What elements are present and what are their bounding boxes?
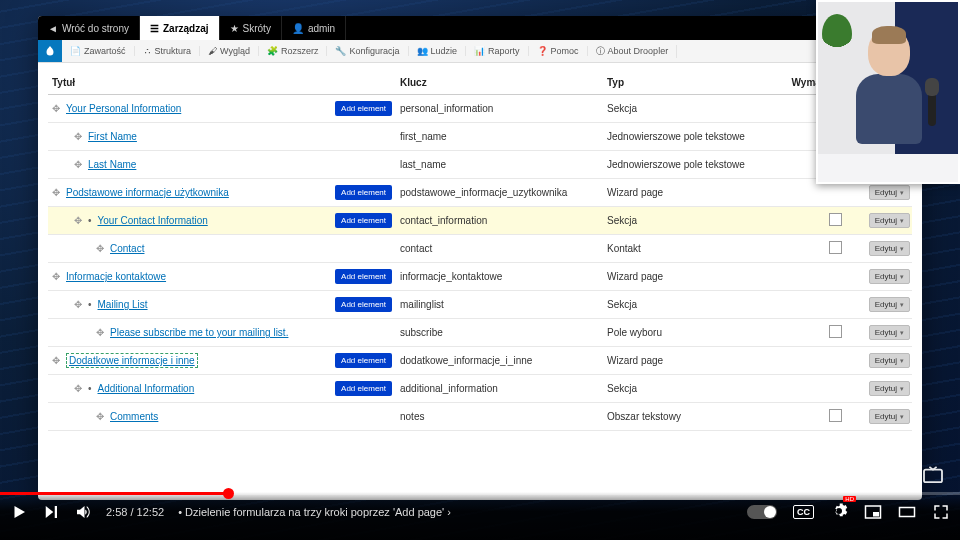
chapter-title[interactable]: • Dzielenie formularza na trzy kroki pop… [178,506,451,518]
nav-appearance[interactable]: 🖌 Wygląd [200,46,259,56]
row-key: podstawowe_informacje_uzytkownika [396,179,603,207]
back-to-site[interactable]: ◄ Wróć do strony [38,16,140,40]
svg-rect-2 [873,512,879,517]
edit-button[interactable]: Edytuj ▾ [869,325,910,340]
add-element-button[interactable]: Add element [335,353,392,368]
fullscreen-icon[interactable] [932,503,950,521]
drag-handle-icon[interactable]: ✥ [74,159,82,170]
row-title-link[interactable]: Informacje kontaktowe [66,271,166,282]
nav-about[interactable]: ⓘ About Droopler [588,45,678,58]
table-row: ✥Your Personal InformationAdd elementper… [48,95,912,123]
nav-reports[interactable]: 📊 Raporty [466,46,529,56]
drag-handle-icon[interactable]: ✥ [96,243,104,254]
row-title-link[interactable]: Comments [110,411,158,422]
nav-content[interactable]: 📄 Zawartość [62,46,135,56]
autoplay-toggle[interactable] [747,505,777,519]
table-row: ✥Dodatkowe informacje i inneAdd elementd… [48,347,912,375]
table-row: ✥Informacje kontaktoweAdd elementinforma… [48,263,912,291]
drag-handle-icon[interactable]: ✥ [74,215,82,226]
edit-button[interactable]: Edytuj ▾ [869,213,910,228]
row-type: Kontakt [603,235,775,263]
progress-played [0,492,228,495]
drag-handle-icon[interactable]: ✥ [96,327,104,338]
drag-handle-icon[interactable]: ✥ [74,299,82,310]
edit-button[interactable]: Edytuj ▾ [869,269,910,284]
drupal-logo-icon[interactable] [38,40,62,62]
row-key: contact_information [396,207,603,235]
nav-structure[interactable]: ⛬ Struktura [135,46,201,56]
drag-handle-icon[interactable]: ✥ [74,383,82,394]
add-element-button[interactable]: Add element [335,269,392,284]
webcam-overlay [816,0,960,184]
bullet-icon: • [88,299,92,310]
nav-people[interactable]: 👥 Ludzie [409,46,467,56]
ambient-mode-icon[interactable] [922,466,944,488]
row-title-link[interactable]: Additional Information [98,383,195,394]
row-title-link[interactable]: Please subscribe me to your mailing list… [110,327,288,338]
miniplayer-icon[interactable] [864,503,882,521]
row-type: Sekcja [603,95,775,123]
row-key: last_name [396,151,603,179]
add-element-button[interactable]: Add element [335,213,392,228]
edit-button[interactable]: Edytuj ▾ [869,353,910,368]
drag-handle-icon[interactable]: ✥ [52,103,60,114]
captions-button[interactable]: CC [793,505,814,519]
row-key: additional_information [396,375,603,403]
required-checkbox[interactable] [829,241,842,254]
admin-user[interactable]: 👤 admin [282,16,346,40]
app-window: ◄ Wróć do strony ☰ Zarządzaj ★ Skróty 👤 … [38,16,922,500]
progress-track[interactable] [0,492,960,495]
row-type: Pole wyboru [603,319,775,347]
add-element-button[interactable]: Add element [335,185,392,200]
required-checkbox[interactable] [829,409,842,422]
video-controls: 2:58 / 12:52 • Dzielenie formularza na t… [0,492,960,540]
row-key: notes [396,403,603,431]
row-title-link[interactable]: Contact [110,243,144,254]
required-checkbox[interactable] [829,213,842,226]
manage-tab[interactable]: ☰ Zarządzaj [140,16,220,40]
drag-handle-icon[interactable]: ✥ [52,271,60,282]
play-icon[interactable] [10,503,28,521]
next-icon[interactable] [42,503,60,521]
row-type: Sekcja [603,291,775,319]
shortcuts-tab[interactable]: ★ Skróty [220,16,282,40]
edit-button[interactable]: Edytuj ▾ [869,381,910,396]
row-title-link[interactable]: Your Contact Information [98,215,208,226]
nav-config[interactable]: 🔧 Konfiguracja [327,46,408,56]
edit-button[interactable]: Edytuj ▾ [869,241,910,256]
add-element-button[interactable]: Add element [335,297,392,312]
drag-handle-icon[interactable]: ✥ [96,411,104,422]
row-title-link[interactable]: Last Name [88,159,136,170]
settings-button[interactable]: HD [830,502,848,522]
row-title-link[interactable]: Mailing List [98,299,148,310]
bullet-icon: • [88,383,92,394]
required-checkbox[interactable] [829,325,842,338]
nav-extend[interactable]: 🧩 Rozszerz [259,46,328,56]
table-row: ✥Last Namelast_nameJednowierszowe pole t… [48,151,912,179]
edit-button[interactable]: Edytuj ▾ [869,297,910,312]
add-element-button[interactable]: Add element [335,381,392,396]
drag-handle-icon[interactable]: ✥ [52,187,60,198]
drag-handle-icon[interactable]: ✥ [74,131,82,142]
col-type: Typ [603,71,775,95]
elements-table: Tytuł Klucz Typ Wymagane O ✥Your Persona… [48,71,912,431]
nav-help[interactable]: ❓ Pomoc [529,46,588,56]
row-title-link[interactable]: Your Personal Information [66,103,181,114]
row-title-link[interactable]: Podstawowe informacje użytkownika [66,187,229,198]
row-key: mailinglist [396,291,603,319]
drag-handle-icon[interactable]: ✥ [52,355,60,366]
volume-icon[interactable] [74,503,92,521]
col-title: Tytuł [48,71,396,95]
row-key: first_name [396,123,603,151]
row-key: personal_information [396,95,603,123]
row-title-link[interactable]: Dodatkowe informacje i inne [66,353,198,368]
theater-icon[interactable] [898,503,916,521]
add-element-button[interactable]: Add element [335,101,392,116]
edit-button[interactable]: Edytuj ▾ [869,409,910,424]
table-row: ✥ContactcontactKontaktEdytuj ▾ [48,235,912,263]
table-row: ✥First Namefirst_nameJednowierszowe pole… [48,123,912,151]
row-type: Jednowierszowe pole tekstowe [603,151,775,179]
edit-button[interactable]: Edytuj ▾ [869,185,910,200]
row-title-link[interactable]: First Name [88,131,137,142]
admin-topbar: ◄ Wróć do strony ☰ Zarządzaj ★ Skróty 👤 … [38,16,922,40]
